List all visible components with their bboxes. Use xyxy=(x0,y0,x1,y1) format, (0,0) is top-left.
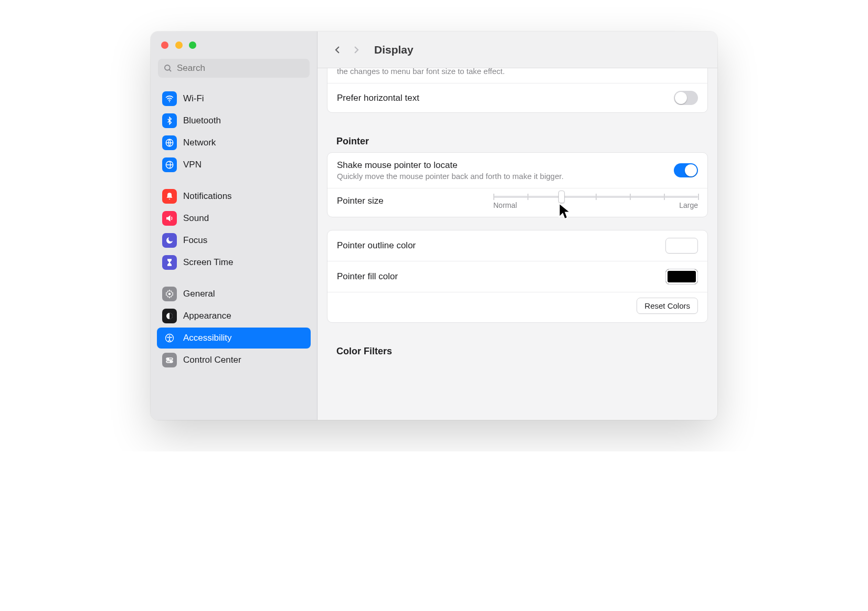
prefer-horizontal-text-row: Prefer horizontal text xyxy=(327,83,707,112)
pointer-size-min-label: Normal xyxy=(493,201,517,209)
sidebar-item-sound[interactable]: Sound xyxy=(157,208,311,229)
color-filters-section-title: Color Filters xyxy=(327,335,708,362)
sidebar-item-label: Network xyxy=(183,138,216,148)
prefer-horizontal-text-label: Prefer horizontal text xyxy=(337,93,419,103)
shake-pointer-label: Shake mouse pointer to locate xyxy=(337,160,674,171)
focus-icon xyxy=(162,233,177,248)
sidebar-item-screen-time[interactable]: Screen Time xyxy=(157,252,311,273)
pointer-fill-color-label: Pointer fill color xyxy=(337,271,398,282)
sidebar-item-label: VPN xyxy=(183,160,202,170)
sidebar-item-label: Control Center xyxy=(183,355,241,365)
svg-point-5 xyxy=(168,293,171,296)
wifi-icon xyxy=(162,91,177,106)
pointer-colors-card: Pointer outline color Pointer fill color… xyxy=(327,230,708,323)
window-controls xyxy=(151,31,317,59)
pointer-section-title: Pointer xyxy=(327,125,708,152)
sidebar-item-focus[interactable]: Focus xyxy=(157,230,311,251)
vpn-icon xyxy=(162,157,177,172)
slider-thumb[interactable] xyxy=(558,191,565,203)
reset-colors-button[interactable]: Reset Colors xyxy=(637,298,698,314)
sidebar-item-control-center[interactable]: Control Center xyxy=(157,350,311,371)
sidebar-item-label: Bluetooth xyxy=(183,115,221,126)
content-area: the changes to menu bar font size to tak… xyxy=(317,68,717,373)
menu-bar-hint-text: the changes to menu bar font size to tak… xyxy=(327,68,707,83)
appearance-icon xyxy=(162,309,177,323)
pointer-size-slider[interactable]: Normal Large xyxy=(493,196,698,209)
svg-line-1 xyxy=(169,69,171,71)
search-field[interactable] xyxy=(158,59,310,78)
pointer-size-row: Pointer size xyxy=(327,188,707,217)
search-icon xyxy=(163,64,173,73)
prefer-horizontal-text-toggle[interactable] xyxy=(674,91,698,105)
sidebar: Wi-Fi Bluetooth Network VPN xyxy=(151,31,317,420)
toolbar: Display xyxy=(317,31,717,68)
forward-button[interactable] xyxy=(347,40,366,59)
svg-point-2 xyxy=(169,101,170,102)
shake-pointer-row: Shake mouse pointer to locate Quickly mo… xyxy=(327,153,707,188)
sidebar-item-label: Accessibility xyxy=(183,333,232,343)
sidebar-item-label: Notifications xyxy=(183,191,232,202)
sidebar-item-label: Appearance xyxy=(183,311,231,321)
main-panel: Display the changes to menu bar font siz… xyxy=(317,31,717,420)
sidebar-item-label: General xyxy=(183,289,215,299)
sidebar-item-vpn[interactable]: VPN xyxy=(157,154,311,175)
pointer-outline-color-row: Pointer outline color xyxy=(327,230,707,261)
pointer-outline-color-label: Pointer outline color xyxy=(337,240,416,251)
shake-pointer-toggle[interactable] xyxy=(674,163,698,177)
sidebar-item-network[interactable]: Network xyxy=(157,132,311,153)
accessibility-icon xyxy=(162,331,177,345)
page-title: Display xyxy=(374,44,414,56)
bluetooth-icon xyxy=(162,113,177,128)
pointer-fill-color-well[interactable] xyxy=(665,269,698,285)
pointer-outline-color-well[interactable] xyxy=(665,238,698,254)
pointer-card: Shake mouse pointer to locate Quickly mo… xyxy=(327,152,708,217)
search-input[interactable] xyxy=(176,62,304,74)
network-icon xyxy=(162,135,177,150)
screen-time-icon xyxy=(162,255,177,270)
sidebar-item-notifications[interactable]: Notifications xyxy=(157,186,311,207)
svg-point-0 xyxy=(165,65,170,70)
shake-pointer-subtext: Quickly move the mouse pointer back and … xyxy=(337,172,674,181)
sidebar-item-accessibility[interactable]: Accessibility xyxy=(157,328,311,349)
pointer-size-label: Pointer size xyxy=(337,196,384,206)
sidebar-item-label: Focus xyxy=(183,235,207,246)
settings-window: Wi-Fi Bluetooth Network VPN xyxy=(151,31,717,420)
sidebar-item-appearance[interactable]: Appearance xyxy=(157,306,311,326)
sidebar-list: Wi-Fi Bluetooth Network VPN xyxy=(151,84,317,372)
sidebar-item-label: Sound xyxy=(183,213,209,224)
svg-point-12 xyxy=(170,361,172,363)
back-button[interactable] xyxy=(328,40,347,59)
sidebar-item-general[interactable]: General xyxy=(157,283,311,304)
pointer-size-max-label: Large xyxy=(679,201,698,209)
sidebar-item-wifi[interactable]: Wi-Fi xyxy=(157,88,311,109)
sidebar-item-label: Screen Time xyxy=(183,257,233,268)
sound-icon xyxy=(162,211,177,226)
minimize-window-button[interactable] xyxy=(175,41,183,49)
close-window-button[interactable] xyxy=(161,41,168,49)
svg-point-8 xyxy=(169,335,170,336)
general-icon xyxy=(162,287,177,301)
notifications-icon xyxy=(162,189,177,204)
text-options-card: the changes to menu bar font size to tak… xyxy=(327,68,708,113)
pointer-fill-color-row: Pointer fill color xyxy=(327,261,707,292)
zoom-window-button[interactable] xyxy=(189,41,196,49)
svg-point-11 xyxy=(167,358,169,360)
sidebar-item-bluetooth[interactable]: Bluetooth xyxy=(157,110,311,131)
reset-colors-row: Reset Colors xyxy=(327,292,707,322)
control-center-icon xyxy=(162,353,177,367)
sidebar-item-label: Wi-Fi xyxy=(183,93,204,104)
